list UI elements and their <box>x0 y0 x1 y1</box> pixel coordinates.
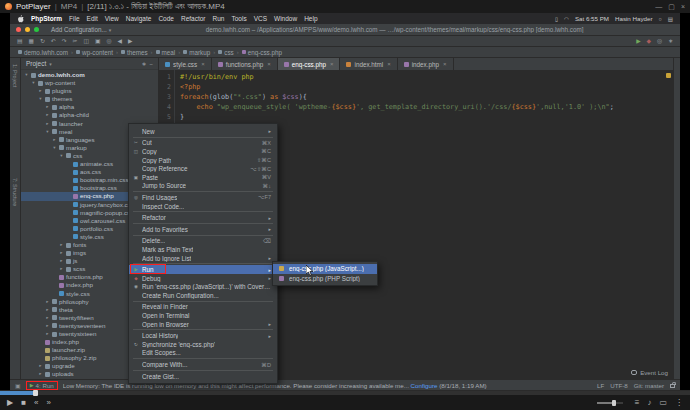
breadcrumb-item-themes[interactable]: themes <box>121 49 148 56</box>
menubar-item-navigate[interactable]: Navigate <box>126 15 152 22</box>
menu-item-add-to-favorites[interactable]: Add to Favorites▸ <box>129 225 277 234</box>
paste-icon[interactable]: ▣ <box>95 38 100 44</box>
menu-item-jump-to-source[interactable]: Jump to Source⌘↓ <box>129 182 277 191</box>
breadcrumb-item-css[interactable]: css <box>218 49 233 56</box>
encoding-indicator[interactable]: UTF-8 <box>610 382 628 389</box>
menu-item-find-usages[interactable]: ◎Find Usages⌥F7 <box>129 193 277 202</box>
breadcrumb-item-enq-css-php[interactable]: enq-css.php <box>242 49 282 56</box>
volume-slider[interactable] <box>597 402 623 404</box>
submenu-item-enq-css-php-javascript[interactable]: enq-css.php (JavaScript...) <box>273 264 377 274</box>
lock-icon[interactable] <box>670 384 675 388</box>
stop-button[interactable]: ■ <box>21 398 26 407</box>
copy-icon[interactable]: ◫ <box>83 38 88 44</box>
menu-item-copy[interactable]: ◫Copy⌘C <box>129 147 277 156</box>
tree-item-themes[interactable]: ▾themes <box>21 95 158 103</box>
menu-item-run-enq-css-php-javascript-with-coverage[interactable]: ◉Run 'enq-css.php (JavaScript...)' with … <box>129 283 277 292</box>
undo-icon[interactable]: ↶ <box>51 38 56 44</box>
menu-item-paste[interactable]: ▣Paste⌘V <box>129 173 277 182</box>
menu-item-reveal-in-finder[interactable]: Reveal in Finder <box>129 303 277 312</box>
menu-item-copy-path[interactable]: Copy Path⇧⌘C <box>129 156 277 165</box>
structure-toolwindow-button[interactable]: 7: Structure <box>12 178 18 206</box>
minimize-window-button[interactable] <box>25 27 30 32</box>
git-branch-indicator[interactable]: Git: master <box>634 382 664 389</box>
tab-enq-css-php[interactable]: enq-css.php× <box>278 58 341 70</box>
menu-item-open-in-browser[interactable]: Open in Browser▸ <box>129 320 277 329</box>
previous-button[interactable]: « <box>34 398 38 407</box>
run-icon[interactable]: ▶ <box>636 38 640 44</box>
tree-item-alpha-child[interactable]: ▸alpha-child <box>21 111 158 119</box>
project-toolwindow-button[interactable]: 1: Project <box>12 64 18 87</box>
notification-center-icon[interactable]: ▤ <box>668 16 673 22</box>
menubar-user[interactable]: Hasin Hayder <box>615 15 653 22</box>
menubar-item-tools[interactable]: Tools <box>231 15 246 22</box>
tree-item-alpha[interactable]: ▸alpha <box>21 103 158 111</box>
menubar-item-help[interactable]: Help <box>304 15 317 22</box>
audio-track-button[interactable]: ♪ <box>647 398 651 407</box>
menu-item-cut[interactable]: ✂Cut⌘X <box>129 139 277 148</box>
menubar-item-phpstorm[interactable]: PhpStorm <box>31 15 62 22</box>
chevron-down-icon[interactable]: ▾ <box>49 61 52 67</box>
wifi-icon[interactable]: ◠ <box>564 16 569 22</box>
close-window-button[interactable] <box>16 27 21 32</box>
back-icon[interactable]: ◀ <box>117 38 121 44</box>
menu-item-delete[interactable]: Delete...⌫ <box>129 237 277 246</box>
menubar-item-edit[interactable]: Edit <box>87 15 98 22</box>
volume-knob[interactable] <box>612 400 616 406</box>
zoom-window-button[interactable] <box>34 27 39 32</box>
menu-item-copy-reference[interactable]: Copy Reference⌥⇧⌘C <box>129 164 277 173</box>
menu-item-add-to-ignore-list[interactable]: Add to Ignore List▸ <box>129 254 277 263</box>
settings-gear-icon[interactable]: ∗ <box>141 60 146 67</box>
menubar-item-vcs[interactable]: VCS <box>254 15 267 22</box>
menu-item-new[interactable]: New▸ <box>129 127 277 136</box>
menu-item-synchronize-enq-css-php[interactable]: ↻Synchronize 'enq-css.php' <box>129 340 277 349</box>
menubar-item-code[interactable]: Code <box>158 15 174 22</box>
breadcrumb-item-meal[interactable]: meal <box>156 49 176 56</box>
video-area[interactable]: PhpStormFileEditViewNavigateCodeRefactor… <box>0 13 690 390</box>
subtitle-button[interactable]: ▭ <box>659 398 667 407</box>
forward-icon[interactable]: ▶ <box>128 38 132 44</box>
tab-index-php[interactable]: index.php× <box>398 58 454 70</box>
menu-item-run[interactable]: ▶Run▸ <box>129 265 277 274</box>
tab-functions-php[interactable]: functions.php× <box>212 58 278 70</box>
event-log-button[interactable]: Event Log <box>631 369 668 376</box>
close-tab-icon[interactable]: × <box>330 61 334 67</box>
spotlight-icon[interactable]: ○ <box>658 16 661 22</box>
menu-item-create-run-configuration[interactable]: Create Run Configuration... <box>129 291 277 300</box>
redo-icon[interactable]: ↷ <box>62 38 67 44</box>
menubar-item-refactor[interactable]: Refactor <box>181 15 206 22</box>
menu-item-inspect-code[interactable]: Inspect Code... <box>129 202 277 211</box>
menu-item-open-in-terminal[interactable]: Open in Terminal <box>129 311 277 320</box>
settings-gear-icon[interactable]: ∗ <box>668 38 673 44</box>
close-button[interactable]: × <box>681 3 685 11</box>
run-tool-button[interactable]: ▶ 4: Run <box>26 381 58 390</box>
run-configuration-select[interactable]: Add Configuration... ▾ <box>51 26 111 33</box>
tab-index-html[interactable]: index.html× <box>340 58 397 70</box>
menu-item-create-gist[interactable]: Create Gist... <box>129 372 277 381</box>
menubar-item-window[interactable]: Window <box>274 15 297 22</box>
search-everywhere-icon[interactable]: ◎ <box>657 38 662 44</box>
menu-item-local-history[interactable]: Local History▸ <box>129 331 277 340</box>
collapse-all-icon[interactable]: − <box>149 61 153 67</box>
menu-item-edit-scopes[interactable]: Edit Scopes... <box>129 349 277 358</box>
menubar-item-run[interactable]: Run <box>213 15 225 22</box>
line-ending-indicator[interactable]: LF <box>597 382 604 389</box>
submenu-item-enq-css-php-php-script[interactable]: enq-css.php (PHP Script) <box>273 274 377 284</box>
close-tab-icon[interactable]: × <box>443 61 447 67</box>
menu-item-compare-with[interactable]: Compare With...⌘D <box>129 360 277 369</box>
tab-style-css[interactable]: style.css× <box>159 58 212 70</box>
close-tab-icon[interactable]: × <box>201 61 205 67</box>
menubar-item-view[interactable]: View <box>105 15 119 22</box>
settings-button[interactable]: ⋮ <box>675 398 683 407</box>
battery-icon[interactable]: ▯ <box>555 16 558 22</box>
debug-icon[interactable]: ◆ <box>647 38 651 44</box>
close-tab-icon[interactable]: × <box>267 61 271 67</box>
tree-item-wp-content[interactable]: ▾wp-content <box>21 79 158 87</box>
configure-link[interactable]: Configure <box>411 382 438 389</box>
breadcrumb-item-demo-lwhh-com[interactable]: demo.lwhh.com <box>18 49 68 56</box>
apple-menu-icon[interactable] <box>17 15 24 23</box>
inspection-marker[interactable] <box>666 73 671 78</box>
open-icon[interactable]: ▤ <box>17 38 22 44</box>
sync-icon[interactable]: ↻ <box>40 38 45 44</box>
tree-item-demo-lwhh-com[interactable]: ▾demo.lwhh.com <box>21 71 158 79</box>
tree-item-plugins[interactable]: ▸plugins <box>21 87 158 95</box>
